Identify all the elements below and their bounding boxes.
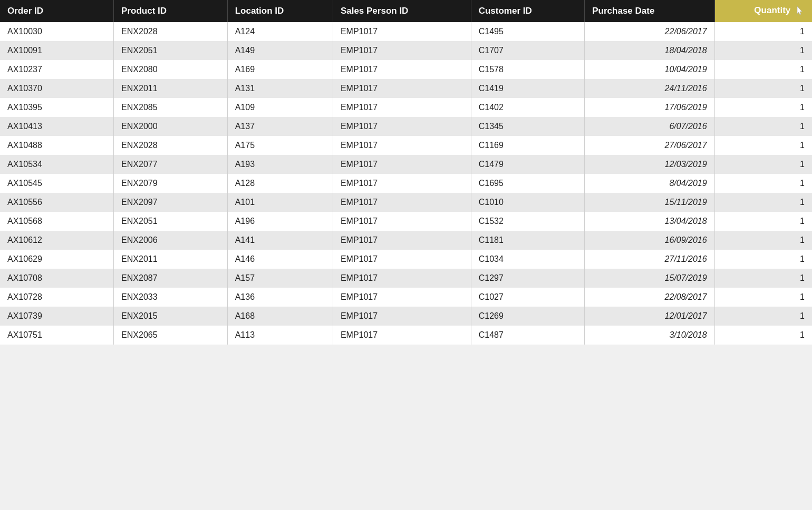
table-cell: ENX2077 bbox=[114, 155, 228, 174]
table-cell: C1532 bbox=[471, 212, 585, 231]
col-header-product-id[interactable]: Product ID bbox=[114, 0, 228, 22]
data-table: Order ID Product ID Location ID Sales Pe… bbox=[0, 0, 812, 345]
table-cell: 1 bbox=[714, 98, 812, 117]
table-cell: ENX2000 bbox=[114, 117, 228, 136]
col-header-order-id[interactable]: Order ID bbox=[0, 0, 114, 22]
table-cell: 3/10/2018 bbox=[585, 326, 714, 345]
table-cell: ENX2065 bbox=[114, 326, 228, 345]
table-cell: C1297 bbox=[471, 269, 585, 288]
table-cell: EMP1017 bbox=[333, 41, 471, 60]
table-cell: 10/04/2019 bbox=[585, 60, 714, 79]
table-cell: EMP1017 bbox=[333, 212, 471, 231]
table-row: AX10568ENX2051A196EMP1017C153213/04/2018… bbox=[0, 212, 812, 231]
table-cell: 12/03/2019 bbox=[585, 155, 714, 174]
table-cell: C1269 bbox=[471, 307, 585, 326]
table-cell: C1345 bbox=[471, 117, 585, 136]
table-row: AX10708ENX2087A157EMP1017C129715/07/2019… bbox=[0, 269, 812, 288]
table-row: AX10545ENX2079A128EMP1017C16958/04/20191 bbox=[0, 174, 812, 193]
table-cell: AX10556 bbox=[0, 193, 114, 212]
table-cell: 15/07/2019 bbox=[585, 269, 714, 288]
table-cell: A149 bbox=[227, 41, 333, 60]
table-cell: 1 bbox=[714, 231, 812, 250]
table-row: AX10413ENX2000A137EMP1017C13456/07/20161 bbox=[0, 117, 812, 136]
table-cell: A109 bbox=[227, 98, 333, 117]
table-cell: AX10030 bbox=[0, 22, 114, 41]
cursor-icon bbox=[795, 5, 805, 17]
table-row: AX10751ENX2065A113EMP1017C14873/10/20181 bbox=[0, 326, 812, 345]
table-cell: 1 bbox=[714, 174, 812, 193]
table-cell: 24/11/2016 bbox=[585, 79, 714, 98]
table-row: AX10237ENX2080A169EMP1017C157810/04/2019… bbox=[0, 60, 812, 79]
col-header-location-id[interactable]: Location ID bbox=[227, 0, 333, 22]
table-cell: A113 bbox=[227, 326, 333, 345]
table-cell: 1 bbox=[714, 288, 812, 307]
table-cell: A137 bbox=[227, 117, 333, 136]
table-cell: AX10612 bbox=[0, 231, 114, 250]
table-row: AX10556ENX2097A101EMP1017C101015/11/2019… bbox=[0, 193, 812, 212]
table-cell: EMP1017 bbox=[333, 60, 471, 79]
table-cell: A124 bbox=[227, 22, 333, 41]
table-cell: 1 bbox=[714, 60, 812, 79]
table-cell: C1034 bbox=[471, 250, 585, 269]
table-row: AX10534ENX2077A193EMP1017C147912/03/2019… bbox=[0, 155, 812, 174]
table-row: AX10091ENX2051A149EMP1017C170718/04/2018… bbox=[0, 41, 812, 60]
table-header-row: Order ID Product ID Location ID Sales Pe… bbox=[0, 0, 812, 22]
table-cell: EMP1017 bbox=[333, 22, 471, 41]
table-cell: EMP1017 bbox=[333, 269, 471, 288]
table-cell: A136 bbox=[227, 288, 333, 307]
table-cell: 1 bbox=[714, 250, 812, 269]
col-header-customer-id[interactable]: Customer ID bbox=[471, 0, 585, 22]
table-cell: 1 bbox=[714, 307, 812, 326]
table-cell: AX10395 bbox=[0, 98, 114, 117]
table-cell: C1181 bbox=[471, 231, 585, 250]
table-cell: C1169 bbox=[471, 136, 585, 155]
table-cell: 27/11/2016 bbox=[585, 250, 714, 269]
table-cell: AX10237 bbox=[0, 60, 114, 79]
table-row: AX10030ENX2028A124EMP1017C149522/06/2017… bbox=[0, 22, 812, 41]
table-cell: AX10413 bbox=[0, 117, 114, 136]
col-header-quantity[interactable]: Quantity bbox=[714, 0, 812, 22]
table-cell: ENX2028 bbox=[114, 22, 228, 41]
table-cell: C1695 bbox=[471, 174, 585, 193]
table-cell: ENX2006 bbox=[114, 231, 228, 250]
table-cell: C1495 bbox=[471, 22, 585, 41]
table-cell: 18/04/2018 bbox=[585, 41, 714, 60]
table-cell: EMP1017 bbox=[333, 326, 471, 345]
table-cell: A128 bbox=[227, 174, 333, 193]
table-cell: EMP1017 bbox=[333, 250, 471, 269]
table-cell: 1 bbox=[714, 155, 812, 174]
table-cell: 1 bbox=[714, 193, 812, 212]
table-row: AX10612ENX2006A141EMP1017C118116/09/2016… bbox=[0, 231, 812, 250]
table-cell: EMP1017 bbox=[333, 98, 471, 117]
table-cell: 13/04/2018 bbox=[585, 212, 714, 231]
table-cell: 6/07/2016 bbox=[585, 117, 714, 136]
table-cell: ENX2033 bbox=[114, 288, 228, 307]
table-cell: EMP1017 bbox=[333, 288, 471, 307]
table-cell: 1 bbox=[714, 136, 812, 155]
table-cell: ENX2051 bbox=[114, 41, 228, 60]
table-body: AX10030ENX2028A124EMP1017C149522/06/2017… bbox=[0, 22, 812, 345]
table-cell: C1487 bbox=[471, 326, 585, 345]
table-row: AX10395ENX2085A109EMP1017C140217/06/2019… bbox=[0, 98, 812, 117]
table-cell: C1027 bbox=[471, 288, 585, 307]
col-header-purchase-date[interactable]: Purchase Date bbox=[585, 0, 714, 22]
table-cell: AX10091 bbox=[0, 41, 114, 60]
col-header-sales-person-id[interactable]: Sales Person ID bbox=[333, 0, 471, 22]
table-cell: ENX2051 bbox=[114, 212, 228, 231]
table-cell: 15/11/2019 bbox=[585, 193, 714, 212]
table-row: AX10739ENX2015A168EMP1017C126912/01/2017… bbox=[0, 307, 812, 326]
table-cell: AX10708 bbox=[0, 269, 114, 288]
table-cell: AX10545 bbox=[0, 174, 114, 193]
table-cell: EMP1017 bbox=[333, 117, 471, 136]
table-cell: ENX2085 bbox=[114, 98, 228, 117]
table-cell: ENX2087 bbox=[114, 269, 228, 288]
table-row: AX10488ENX2028A175EMP1017C116927/06/2017… bbox=[0, 136, 812, 155]
table-cell: A101 bbox=[227, 193, 333, 212]
table-cell: A193 bbox=[227, 155, 333, 174]
table-cell: ENX2080 bbox=[114, 60, 228, 79]
table-cell: EMP1017 bbox=[333, 307, 471, 326]
table-row: AX10728ENX2033A136EMP1017C102722/08/2017… bbox=[0, 288, 812, 307]
table-cell: AX10370 bbox=[0, 79, 114, 98]
table-cell: 16/09/2016 bbox=[585, 231, 714, 250]
table-cell: ENX2079 bbox=[114, 174, 228, 193]
